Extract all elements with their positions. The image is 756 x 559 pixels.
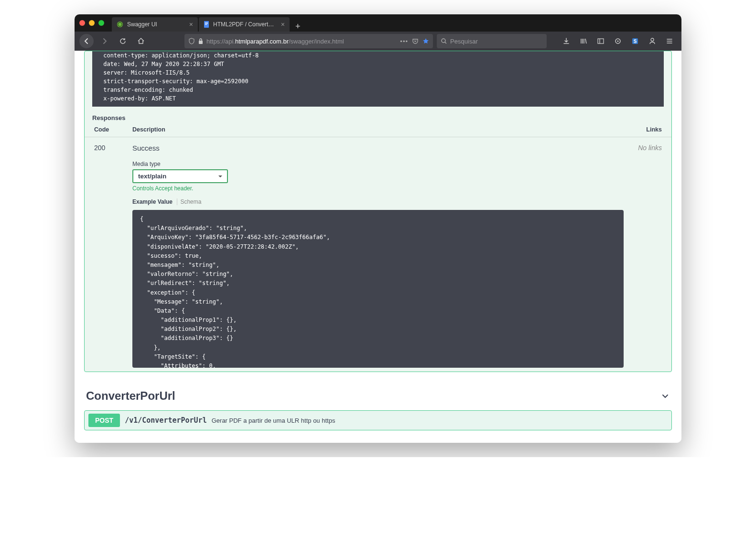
- svg-point-7: [442, 39, 445, 43]
- response-description-cell: Success Media type text/plain Controls A…: [132, 144, 624, 368]
- shield-icon: [188, 38, 195, 44]
- operation-row[interactable]: POST /v1/ConverterPorUrl Gerar PDF a par…: [84, 410, 672, 430]
- browser-window: Swagger UI × HTML2PDF / Converta HTML p……: [75, 14, 681, 443]
- url-actions: •••: [400, 38, 429, 45]
- example-value-block[interactable]: { "urlArquivoGerado": "string", "Arquivo…: [132, 210, 624, 368]
- col-links: Links: [628, 126, 662, 133]
- url-text: https://api.htmlparapdf.com.br/swagger/i…: [206, 38, 397, 45]
- sidebar-icon: [597, 37, 605, 45]
- reload-icon: [119, 37, 127, 45]
- col-description: Description: [132, 126, 628, 133]
- swagger-icon: [117, 21, 123, 28]
- account-button[interactable]: [645, 34, 659, 48]
- browser-tab-html2pdf[interactable]: HTML2PDF / Converta HTML p… ×: [199, 17, 290, 32]
- method-badge: POST: [88, 414, 120, 427]
- new-tab-button[interactable]: +: [291, 22, 305, 32]
- accept-header-note: Controls Accept header.: [132, 185, 624, 192]
- response-row-200: 200 Success Media type text/plain Contro…: [85, 137, 671, 368]
- tab-strip: Swagger UI × HTML2PDF / Converta HTML p……: [112, 14, 305, 32]
- s-icon: S: [631, 37, 639, 45]
- responses-heading: Responses: [85, 107, 671, 126]
- more-icon[interactable]: •••: [400, 38, 408, 45]
- extension-button-2[interactable]: S: [628, 34, 642, 48]
- lock-icon: [198, 38, 204, 44]
- url-bar[interactable]: https://api.htmlparapdf.com.br/swagger/i…: [184, 34, 433, 48]
- account-icon: [648, 37, 656, 45]
- operation-group: ConverterPorUrl POST /v1/ConverterPorUrl…: [84, 385, 672, 430]
- svg-rect-4: [205, 23, 208, 24]
- operation-summary: Gerar PDF a partir de uma ULR http ou ht…: [212, 417, 335, 424]
- tab-example-value[interactable]: Example Value: [132, 198, 173, 205]
- tab-schema[interactable]: Schema: [177, 198, 201, 205]
- bookmark-star-icon[interactable]: [422, 38, 429, 44]
- browser-tab-swagger[interactable]: Swagger UI ×: [112, 17, 198, 32]
- operation-path: /v1/ConverterPorUrl: [125, 416, 207, 425]
- responses-table-header: Code Description Links: [85, 126, 671, 137]
- search-bar[interactable]: Pesquisar: [437, 34, 547, 48]
- svg-text:S: S: [634, 39, 637, 44]
- library-icon: [580, 37, 587, 45]
- close-tab-icon[interactable]: ×: [189, 21, 193, 28]
- no-links-label: No links: [624, 144, 662, 368]
- arrow-right-icon: [101, 37, 108, 45]
- minimize-window-button[interactable]: [89, 20, 95, 26]
- response-panel: content-type: application/json; charset=…: [84, 51, 672, 372]
- close-window-button[interactable]: [79, 20, 85, 26]
- page-content: content-type: application/json; charset=…: [75, 51, 681, 443]
- reload-button[interactable]: [116, 34, 130, 48]
- extension-button-1[interactable]: [611, 34, 625, 48]
- example-tabs: Example Value Schema: [132, 198, 624, 205]
- operation-group-title: ConverterPorUrl: [86, 389, 175, 403]
- titlebar: Swagger UI × HTML2PDF / Converta HTML p……: [75, 14, 681, 32]
- operation-group-header[interactable]: ConverterPorUrl: [84, 385, 672, 406]
- hamburger-icon: [666, 37, 673, 45]
- svg-point-11: [617, 41, 619, 42]
- menu-button[interactable]: [662, 34, 677, 48]
- svg-rect-8: [598, 39, 604, 44]
- search-placeholder: Pesquisar: [450, 38, 478, 45]
- media-type-select[interactable]: text/plain: [132, 169, 228, 183]
- sidebar-button[interactable]: [594, 34, 608, 48]
- success-label: Success: [132, 144, 624, 152]
- response-headers-block[interactable]: content-type: application/json; charset=…: [92, 51, 664, 107]
- pocket-icon[interactable]: [412, 38, 419, 44]
- svg-rect-5: [205, 24, 207, 25]
- download-icon: [562, 37, 570, 45]
- maximize-window-button[interactable]: [98, 20, 104, 26]
- close-tab-icon[interactable]: ×: [281, 21, 285, 28]
- window-controls: [79, 20, 104, 26]
- arrow-left-icon: [83, 37, 90, 45]
- forward-button[interactable]: [97, 34, 112, 48]
- library-button[interactable]: [576, 34, 591, 48]
- tab-title: HTML2PDF / Converta HTML p…: [213, 21, 277, 28]
- svg-rect-3: [205, 22, 208, 23]
- search-icon: [441, 38, 447, 44]
- svg-rect-6: [199, 41, 203, 44]
- col-code: Code: [94, 126, 132, 133]
- navbar: https://api.htmlparapdf.com.br/swagger/i…: [75, 32, 681, 51]
- svg-point-14: [651, 38, 654, 41]
- downloads-button[interactable]: [559, 34, 573, 48]
- document-icon: [204, 21, 209, 28]
- toolbar-right: S: [559, 34, 677, 48]
- home-button[interactable]: [134, 34, 148, 48]
- media-type-label: Media type: [132, 161, 624, 167]
- home-icon: [137, 37, 145, 45]
- chevron-down-icon: [660, 391, 670, 401]
- tab-title: Swagger UI: [127, 21, 185, 28]
- back-button[interactable]: [79, 34, 94, 48]
- circle-icon: [614, 37, 622, 45]
- status-code: 200: [94, 144, 132, 368]
